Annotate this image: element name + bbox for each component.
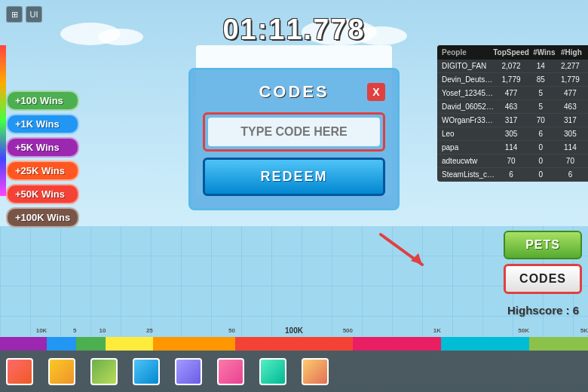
highscore-label: Highscore :	[507, 304, 570, 317]
codes-modal-title: CODES	[259, 82, 329, 102]
progress-segment: 50	[153, 337, 235, 351]
avatar	[48, 358, 75, 385]
list-item	[133, 358, 160, 385]
redeem-button[interactable]: REDEEM	[203, 158, 385, 196]
grid-icon[interactable]: ⊞	[6, 6, 23, 23]
list-item	[6, 358, 33, 385]
table-row: Devin_Deutschland 1,779 85 1,779	[437, 73, 588, 87]
list-item	[259, 358, 286, 385]
highscore-value: 6	[573, 304, 579, 317]
players-row	[6, 358, 582, 385]
table-row: David_06052015 463 5 463	[437, 100, 588, 114]
codes-modal: CODES X REDEEM	[188, 68, 400, 210]
game-timer: 01:11.778	[222, 14, 365, 46]
progress-segment: 1K	[353, 337, 441, 351]
progress-segment: 10	[76, 337, 106, 351]
win-badge-25k[interactable]: +25K Wins	[6, 161, 79, 181]
list-item	[217, 358, 244, 385]
progress-segment: 25	[106, 337, 152, 351]
win-badges-list: +100 Wins +1K Wins +5K Wins +25K Wins +5…	[6, 90, 79, 228]
lb-speed-col: TopSpeed	[493, 48, 529, 57]
table-row: SteamLists_com 6 0 6	[437, 168, 588, 182]
win-badge-100[interactable]: +100 Wins	[6, 90, 79, 111]
codes-side-button[interactable]: CODES	[504, 264, 582, 294]
win-badge-5k[interactable]: +5K Wins	[6, 137, 79, 158]
right-side-buttons: PETS CODES	[504, 231, 582, 294]
cloud	[98, 29, 143, 45]
close-button[interactable]: X	[367, 83, 385, 101]
progress-segment: 5K	[529, 337, 588, 351]
progress-segment: 10K	[0, 337, 47, 351]
ui-label[interactable]: UI	[26, 6, 42, 23]
avatar	[133, 358, 160, 385]
table-row: adteucwtw 70 0 70	[437, 155, 588, 168]
progress-segment: 50K	[441, 337, 529, 351]
table-row: Yosef_123456780909 477 5 477	[437, 87, 588, 100]
table-row: Leo 305 6 305	[437, 127, 588, 141]
avatar	[6, 358, 33, 385]
table-row: WOrganFr33man 317 70 317	[437, 114, 588, 127]
progress-track: 100K 10K 5 10 25 50 500 1K 50K 5K	[0, 337, 588, 351]
left-strip	[0, 45, 6, 196]
avatar	[90, 358, 118, 385]
bottom-players-bar	[0, 351, 588, 392]
highscore-display: Highscore : 6	[507, 304, 579, 317]
table-row: DIGITO_FAN 2,072 14 2,277	[437, 60, 588, 73]
list-item	[48, 358, 75, 385]
leaderboard-header: People TopSpeed #Wins #High	[437, 45, 588, 60]
lb-high-col: #High	[559, 48, 583, 57]
win-badge-100k[interactable]: +100K Wins	[6, 207, 79, 228]
code-input[interactable]	[208, 118, 380, 146]
avatar	[302, 358, 329, 385]
progress-100k-label: 100K	[285, 326, 303, 335]
win-badge-1k[interactable]: +1K Wins	[6, 114, 79, 134]
win-badge-50k[interactable]: +50K Wins	[6, 184, 79, 204]
list-item	[175, 358, 202, 385]
list-item	[90, 358, 118, 385]
avatar	[217, 358, 244, 385]
list-item	[302, 358, 329, 385]
progress-segment: 500	[235, 337, 353, 351]
progress-bar-section: 100K 10K 5 10 25 50 500 1K 50K 5K	[0, 337, 588, 351]
arrow-pointer	[373, 227, 433, 275]
avatar	[175, 358, 202, 385]
pets-button[interactable]: PETS	[504, 231, 582, 259]
lb-people-col: People	[442, 48, 490, 57]
codes-modal-header: CODES X	[203, 82, 385, 102]
top-left-ui: ⊞ UI	[6, 6, 42, 23]
code-input-wrapper	[203, 112, 385, 152]
table-row: papa 114 0 114	[437, 141, 588, 155]
progress-segment: 5	[47, 337, 76, 351]
leaderboard-panel: People TopSpeed #Wins #High DIGITO_FAN 2…	[437, 45, 588, 182]
avatar	[259, 358, 286, 385]
lb-wins-col: #Wins	[532, 48, 556, 57]
